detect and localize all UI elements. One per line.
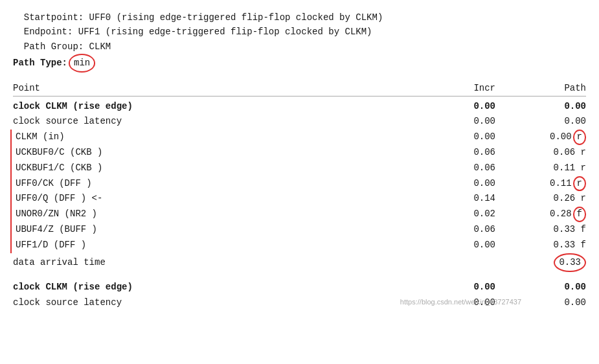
path-type-value: min: [69, 54, 95, 72]
row-point: clock source latency: [13, 295, 457, 311]
row-point: clock CLKM (rise edge): [13, 280, 457, 295]
table-row: UFF0/CK (DFF ) 0.00 0.11r: [16, 176, 586, 192]
row-incr: 0.14: [457, 191, 521, 207]
row-point: UBUF4/Z (BUFF ): [16, 222, 457, 238]
row-path: 0.00r: [521, 130, 586, 145]
table-row: UFF0/Q (DFF ) <- 0.14 0.26 r: [16, 191, 586, 207]
row-incr: 0.00: [457, 176, 521, 192]
row-path: 0.00: [521, 295, 586, 311]
row-point: data arrival time: [13, 255, 457, 271]
row-path: 0.06 r: [521, 145, 586, 161]
row-path: 0.26 r: [521, 191, 586, 207]
table-row: UBUF4/Z (BUFF ) 0.06 0.33 f: [16, 222, 586, 238]
table-row: UCKBUF0/C (CKB ) 0.06 0.06 r: [16, 145, 586, 161]
row-incr: 0.00: [457, 130, 521, 145]
row-path: 0.33: [521, 253, 586, 273]
path-circle-annotation: r: [573, 130, 586, 145]
row-point: UFF0/CK (DFF ): [16, 176, 457, 192]
row-point: UFF1/D (DFF ): [16, 238, 457, 253]
row-incr: 0.00: [457, 99, 521, 115]
table-header: Point Incr Path: [13, 83, 586, 93]
table-row: UNOR0/ZN (NR2 ) 0.02 0.28f: [16, 207, 586, 222]
row-path: 0.00: [521, 114, 586, 130]
row-incr: 0.02: [457, 207, 521, 222]
col-point-header: Point: [13, 83, 457, 93]
row-point: UNOR0/ZN (NR2 ): [16, 207, 457, 222]
row-path: 0.28f: [521, 207, 586, 222]
row-incr: 0.06: [457, 222, 521, 238]
table-row: clock CLKM (rise edge) 0.00 0.00: [13, 280, 586, 295]
row-incr: 0.00: [457, 238, 521, 253]
bracket-group: CLKM (in) 0.00 0.00r UCKBUF0/C (CKB ) 0.…: [13, 130, 586, 253]
col-incr-header: Incr: [457, 83, 521, 93]
timing-table: Point Incr Path clock CLKM (rise edge) 0…: [13, 83, 586, 311]
row-point: UFF0/Q (DFF ) <-: [16, 191, 457, 207]
path-type-label: Path Type:: [13, 56, 67, 70]
row-path: 0.11 r: [521, 161, 586, 176]
row-path: 0.33 f: [521, 238, 586, 253]
row-point: UCKBUF1/C (CKB ): [16, 161, 457, 176]
table-row: clock source latency 0.00 0.00: [13, 114, 586, 130]
table-row: CLKM (in) 0.00 0.00r: [16, 130, 586, 145]
table-row: UCKBUF1/C (CKB ) 0.06 0.11 r: [16, 161, 586, 176]
path-group-line: Path Group: CLKM: [13, 40, 586, 54]
row-point: clock CLKM (rise edge): [13, 99, 457, 115]
arrival-time-circle: 0.33: [554, 253, 586, 273]
row-incr: 0.06: [457, 161, 521, 176]
row-incr: 0.06: [457, 145, 521, 161]
row-path: 0.00: [521, 280, 586, 295]
row-point: clock source latency: [13, 114, 457, 130]
page-wrapper: Startpoint: UFF0 (rising edge-triggered …: [13, 10, 586, 311]
col-path-header: Path: [521, 83, 586, 93]
row-point: UCKBUF0/C (CKB ): [16, 145, 457, 161]
row-path: 0.33 f: [521, 222, 586, 238]
row-incr: 0.00: [457, 280, 521, 295]
startpoint-line: Startpoint: UFF0 (rising edge-triggered …: [13, 10, 586, 25]
row-incr: 0.00: [457, 114, 521, 130]
path-type-line: Path Type: min: [13, 54, 586, 72]
table-row: clock CLKM (rise edge) 0.00 0.00: [13, 99, 586, 115]
table-divider: [13, 96, 586, 97]
table-row: UFF1/D (DFF ) 0.00 0.33 f: [16, 238, 586, 253]
endpoint-line: Endpoint: UFF1 (rising edge-triggered fl…: [13, 25, 586, 39]
row-path: 0.00: [521, 99, 586, 115]
path-circle-annotation: r: [573, 176, 586, 192]
header-section: Startpoint: UFF0 (rising edge-triggered …: [13, 10, 586, 73]
watermark: https://blog.csdn.net/weixin_43727437: [400, 298, 521, 306]
path-circle-annotation: f: [573, 207, 586, 222]
table-row: data arrival time 0.33: [13, 253, 586, 273]
row-point: CLKM (in): [16, 130, 457, 145]
row-path: 0.11r: [521, 176, 586, 192]
